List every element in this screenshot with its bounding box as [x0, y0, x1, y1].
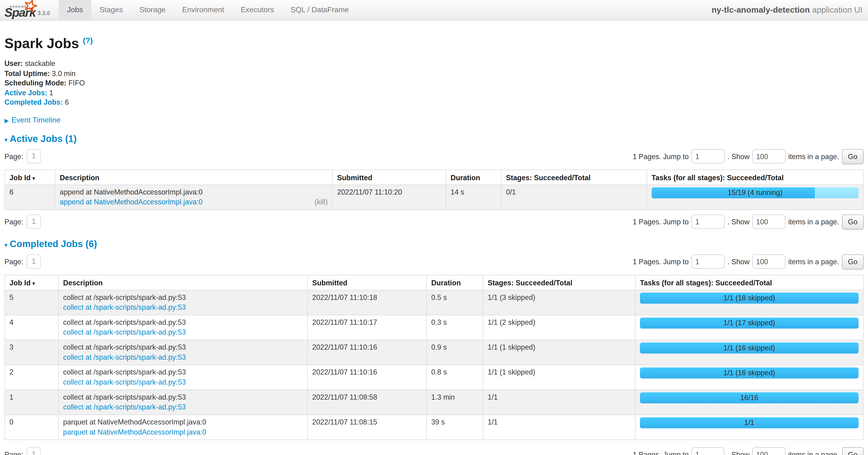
job-row: 6 append at NativeMethodAccessorImpl.jav…: [5, 184, 863, 209]
duration-cell: 14 s: [446, 184, 501, 209]
jump-to-input[interactable]: [691, 149, 725, 163]
page-size-input[interactable]: [752, 254, 785, 269]
col-tasks[interactable]: Tasks (for all stages): Succeeded/Total: [635, 275, 863, 290]
col-job-id[interactable]: Job Id▾: [5, 275, 58, 290]
jump-to-input[interactable]: [691, 447, 725, 455]
tab-stages[interactable]: Stages: [91, 0, 131, 20]
pagination-bar: Page: 1 1 Pages. Jump to . Show items in…: [4, 254, 864, 269]
items-per-page-text: items in a page.: [788, 218, 839, 226]
job-detail-link[interactable]: collect at /spark-scripts/spark-ad.py:53: [63, 302, 186, 312]
page-number-box[interactable]: 1: [27, 149, 41, 163]
go-button[interactable]: Go: [842, 447, 864, 455]
duration-cell: 0.5 s: [427, 290, 483, 315]
job-detail-link[interactable]: parquet at NativeMethodAccessorImpl.java…: [63, 427, 206, 437]
user-label: User:: [4, 59, 23, 67]
col-stages[interactable]: Stages: Succeeded/Total: [501, 170, 647, 185]
items-per-page-text: items in a page.: [788, 257, 839, 266]
submitted-cell: 2022/11/07 11:08:15: [308, 415, 427, 439]
page-size-input[interactable]: [752, 447, 785, 455]
jump-to-input[interactable]: [691, 215, 725, 229]
tasks-progress-bar: 1/1 (18 skipped): [640, 292, 859, 304]
page-size-input[interactable]: [752, 149, 785, 163]
col-description[interactable]: Description: [58, 275, 308, 290]
col-duration[interactable]: Duration: [446, 170, 501, 185]
help-link[interactable]: (?): [83, 36, 93, 45]
spark-logo[interactable]: APACHE Spark 3.3.0: [0, 0, 53, 20]
spark-star-icon: [23, 0, 37, 13]
active-jobs-table: Job Id▾ Description Submitted Duration S…: [4, 169, 864, 209]
pages-jump-text: 1 Pages. Jump to: [633, 218, 689, 226]
page-size-input[interactable]: [752, 215, 785, 229]
job-detail-link[interactable]: collect at /spark-scripts/spark-ad.py:53: [63, 328, 186, 337]
progress-label: 1/1 (18 skipped): [640, 292, 859, 304]
show-text: . Show: [727, 218, 749, 226]
job-description: collect at /spark-scripts/spark-ad.py:53: [63, 392, 303, 402]
spark-logo-mark: APACHE Spark: [4, 0, 37, 19]
job-detail-link[interactable]: append at NativeMethodAccessorImpl.java:…: [60, 197, 203, 207]
duration-cell: 39 s: [427, 415, 483, 439]
event-timeline-label: Event Timeline: [11, 115, 60, 124]
tasks-progress-bar: 16/16: [640, 392, 859, 403]
progress-label: 1/1 (16 skipped): [640, 367, 859, 378]
tasks-progress-bar: 15/19 (4 running): [652, 187, 859, 198]
tab-executors[interactable]: Executors: [232, 0, 282, 20]
table-header-row: Job Id▾ Description Submitted Duration S…: [5, 275, 863, 290]
job-detail-link[interactable]: collect at /spark-scripts/spark-ad.py:53: [63, 352, 186, 362]
completed-jobs-section-title: Completed Jobs (6): [10, 239, 97, 249]
tab-jobs[interactable]: Jobs: [59, 0, 91, 20]
job-description: parquet at NativeMethodAccessorImpl.java…: [63, 417, 303, 427]
job-description: collect at /spark-scripts/spark-ad.py:53: [63, 342, 303, 352]
go-button[interactable]: Go: [842, 254, 864, 269]
job-row: 5 collect at /spark-scripts/spark-ad.py:…: [5, 290, 863, 315]
kill-link[interactable]: (kill): [315, 197, 328, 207]
page-number-box[interactable]: 1: [27, 215, 41, 229]
col-submitted[interactable]: Submitted: [332, 170, 446, 185]
tasks-cell: 1/1 (16 skipped): [635, 365, 863, 390]
application-title: ny-tlc-anomaly-detection application UI: [712, 0, 868, 20]
go-button[interactable]: Go: [842, 214, 864, 229]
progress-label: 1/1 (17 skipped): [640, 317, 859, 328]
job-description: append at NativeMethodAccessorImpl.java:…: [60, 187, 328, 197]
col-submitted[interactable]: Submitted: [308, 275, 427, 290]
completed-jobs-section-header[interactable]: ▾Completed Jobs (6): [4, 239, 864, 250]
event-timeline-toggle[interactable]: ▶Event Timeline: [4, 115, 864, 124]
col-stages[interactable]: Stages: Succeeded/Total: [483, 275, 635, 290]
summary-list: User: stackable Total Uptime: 3.0 min Sc…: [4, 59, 864, 107]
col-description[interactable]: Description: [55, 170, 332, 185]
col-tasks[interactable]: Tasks (for all stages): Succeeded/Total: [647, 170, 863, 185]
jump-to-input[interactable]: [691, 254, 725, 269]
pages-jump-text: 1 Pages. Jump to: [633, 257, 689, 266]
tab-storage[interactable]: Storage: [131, 0, 174, 20]
user-value: stackable: [25, 59, 55, 67]
tasks-cell: 16/16: [635, 390, 863, 415]
tasks-cell: 1/1 (18 skipped): [635, 290, 863, 315]
tab-environment[interactable]: Environment: [174, 0, 232, 20]
job-detail-link[interactable]: collect at /spark-scripts/spark-ad.py:53: [63, 402, 186, 412]
completed-jobs-link[interactable]: Completed Jobs:: [4, 98, 63, 106]
summary-user: User: stackable: [4, 59, 864, 68]
show-text: . Show: [727, 257, 749, 266]
job-id-cell: 6: [5, 184, 55, 209]
duration-cell: 0.8 s: [427, 365, 483, 390]
submitted-cell: 2022/11/07 11:10:16: [308, 340, 427, 365]
page-title-text: Spark Jobs: [4, 35, 79, 51]
pages-jump-text: 1 Pages. Jump to: [633, 152, 689, 160]
job-id-cell: 4: [5, 315, 58, 340]
active-jobs-link[interactable]: Active Jobs:: [4, 88, 48, 97]
pagination-controls: 1 Pages. Jump to . Show items in a page.…: [633, 254, 864, 269]
duration-cell: 0.9 s: [427, 340, 483, 365]
page-label: Page:: [4, 152, 23, 160]
page-number-box[interactable]: 1: [27, 447, 41, 455]
submitted-cell: 2022/11/07 11:10:20: [332, 184, 446, 209]
main-content: Spark Jobs (?) User: stackable Total Upt…: [0, 32, 868, 455]
tab-sql-dataframe[interactable]: SQL / DataFrame: [282, 0, 357, 20]
page-number-box[interactable]: 1: [27, 254, 41, 269]
job-id-cell: 3: [5, 340, 58, 365]
uptime-label: Total Uptime:: [4, 69, 50, 77]
col-job-id[interactable]: Job Id▾: [5, 170, 55, 185]
active-jobs-section-header[interactable]: ▾Active Jobs (1): [4, 133, 864, 144]
scheduling-mode-value: FIFO: [68, 79, 85, 87]
col-duration[interactable]: Duration: [427, 275, 483, 290]
job-detail-link[interactable]: collect at /spark-scripts/spark-ad.py:53: [63, 377, 186, 387]
go-button[interactable]: Go: [842, 149, 864, 164]
